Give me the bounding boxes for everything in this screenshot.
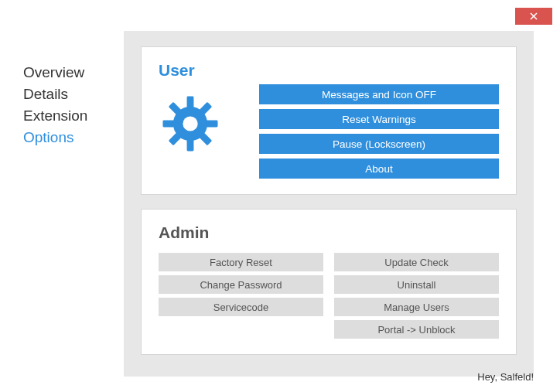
svg-rect-4 — [187, 140, 194, 152]
servicecode-button[interactable]: Servicecode — [159, 298, 323, 316]
factory-reset-button[interactable]: Factory Reset — [159, 253, 323, 271]
reset-warnings-button[interactable]: Reset Warnings — [259, 109, 499, 129]
svg-point-11 — [183, 116, 197, 131]
close-icon — [530, 12, 538, 20]
svg-rect-6 — [207, 121, 218, 128]
sidebar-item-extension[interactable]: Extension — [23, 105, 124, 127]
gear-icon — [162, 95, 219, 152]
footer-greeting: Hey, Salfeld! — [477, 371, 534, 383]
svg-rect-5 — [162, 121, 174, 128]
sidebar-item-details[interactable]: Details — [23, 84, 124, 105]
sidebar: Overview Details Extension Options — [23, 31, 124, 377]
user-panel: User — [141, 46, 517, 195]
gear-icon-wrap — [159, 84, 259, 179]
app-window: Overview Details Extension Options User — [0, 0, 560, 392]
update-check-button[interactable]: Update Check — [334, 253, 499, 271]
sidebar-item-options[interactable]: Options — [23, 127, 124, 148]
about-button[interactable]: About — [259, 159, 499, 179]
admin-panel: Admin Factory Reset Change Password Serv… — [141, 209, 517, 355]
change-password-button[interactable]: Change Password — [159, 275, 323, 294]
uninstall-button[interactable]: Uninstall — [334, 275, 499, 294]
svg-rect-3 — [187, 96, 194, 107]
user-panel-title: User — [159, 61, 499, 80]
manage-users-button[interactable]: Manage Users — [334, 298, 499, 316]
main-content: User — [124, 31, 534, 377]
messages-toggle-button[interactable]: Messages and Icon OFF — [259, 84, 499, 104]
close-button[interactable] — [515, 8, 552, 25]
sidebar-item-overview[interactable]: Overview — [23, 62, 124, 84]
admin-panel-title: Admin — [159, 223, 499, 242]
portal-unblock-button[interactable]: Portal -> Unblock — [334, 320, 499, 339]
pause-lockscreen-button[interactable]: Pause (Lockscreen) — [259, 134, 499, 154]
